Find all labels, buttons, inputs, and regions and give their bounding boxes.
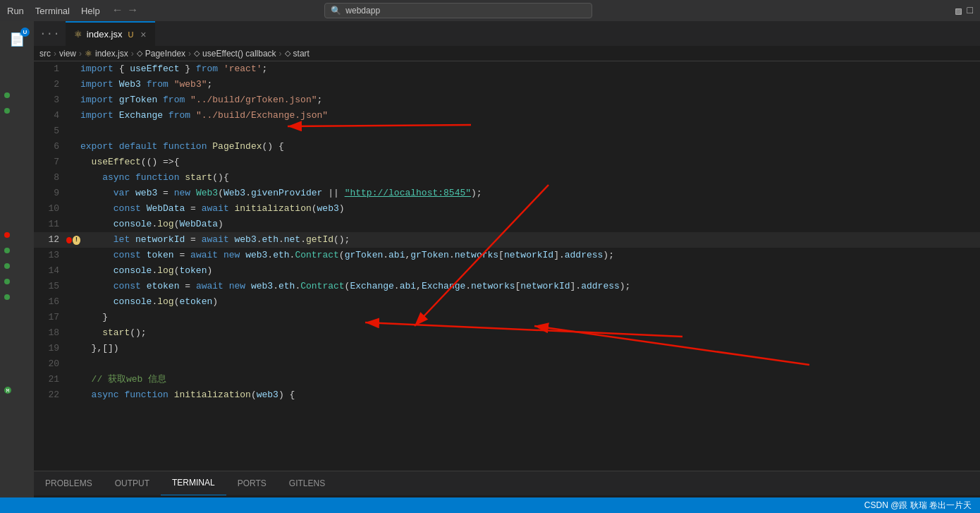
breadcrumb-src[interactable]: src [39,49,51,59]
titlebar-menus: Run Terminal Help [7,6,100,16]
tab-more-button[interactable]: ··· [34,21,66,46]
code-line-5: 5 [34,123,980,139]
panel-tab-output[interactable]: OUTPUT [104,471,161,496]
breadcrumb-view[interactable]: view [59,49,76,59]
breadcrumb-pageindex[interactable]: PageIndex [145,49,185,59]
code-line-12: 12 ! let networkId = await web3.eth.net.… [34,232,980,248]
search-icon: 🔍 [331,6,341,16]
menu-run[interactable]: Run [7,6,24,16]
code-line-3: 3 import grToken from "../build/grToken.… [34,92,980,108]
files-badge: U [20,28,30,37]
tab-close-button[interactable]: × [140,29,146,40]
code-line-6: 6 export default function PageIndex() { [34,139,980,155]
breadcrumb-file[interactable]: index.jsx [95,49,128,59]
dot-line22: M [4,387,11,394]
dot-line3 [4,92,10,98]
menu-help[interactable]: Help [81,6,100,16]
code-line-18: 18 start(); [34,325,980,341]
panel-tab-terminal[interactable]: TERMINAL [161,471,226,496]
tab-index-jsx[interactable]: ⚛ index.jsx U × [66,21,155,46]
breadcrumb-icon3: ◇ [194,49,200,58]
search-bar[interactable]: 🔍 webdapp [324,3,592,18]
code-line-21: 21 // 获取web 信息 [34,372,980,387]
code-editor: 1 import { useEffect } from 'react'; 2 i… [34,61,980,471]
code-line-16: 16 console.log(etoken) [34,294,980,310]
tabbar: ··· ⚛ index.jsx U × [34,21,980,46]
breadcrumb-icon4: ◇ [285,49,290,58]
breadcrumb-sep5: › [279,49,282,59]
code-line-11: 11 console.log(WebData) [34,217,980,232]
code-lines-container: 1 import { useEffect } from 'react'; 2 i… [34,61,980,403]
code-line-10: 10 const WebData = await initialization(… [34,201,980,217]
code-line-15: 15 const etoken = await new web3.eth.Con… [34,279,980,294]
breadcrumb-useeffect[interactable]: useEffect() callback [202,49,276,59]
tab-filename: index.jsx [87,29,123,40]
panel-tabs: PROBLEMS OUTPUT TERMINAL PORTS GITLENS [34,471,980,495]
titlebar: Run Terminal Help ← → 🔍 webdapp ▨ □ [0,0,980,21]
code-line-19: 19 },[]) [34,341,980,356]
panel-tab-ports[interactable]: PORTS [226,471,278,496]
tab-file-icon: ⚛ [74,29,82,40]
code-line-1: 1 import { useEffect } from 'react'; [34,61,980,77]
layout-icon[interactable]: ▨ [955,5,961,17]
nav-forward[interactable]: → [126,4,139,17]
titlebar-right: ▨ □ [955,5,973,17]
status-bar: CSDN @跟 耿瑞 卷出一片天 [0,497,980,513]
dot-line15 [4,279,10,284]
breadcrumb-sep3: › [131,49,134,59]
breadcrumb-icon2: ◇ [137,49,142,58]
nav-back[interactable]: ← [111,4,124,17]
dot-line4 [4,108,10,114]
code-line-20: 20 [34,356,980,372]
dot-line16 [4,294,10,300]
menu-terminal[interactable]: Terminal [35,6,70,16]
code-line-22: 22 async function initialization(web3) { [34,387,980,403]
code-line-9: 9 var web3 = new Web3(Web3.givenProvider… [34,186,980,201]
breadcrumb-sep2: › [79,49,82,59]
code-line-2: 2 import Web3 from "web3"; [34,77,980,92]
breadcrumb-start[interactable]: start [293,49,310,59]
breadcrumb: src › view › ⚛ index.jsx › ◇ PageIndex ›… [34,46,980,61]
breadcrumb-icon1: ⚛ [85,49,92,59]
maximize-icon[interactable]: □ [967,5,973,17]
dot-line13 [4,248,10,253]
warning-dot-12: ! [73,236,80,245]
code-line-4: 4 import Exchange from "../build/Exchang… [34,108,980,123]
breakpoint-12 [4,232,10,238]
status-bar-text: CSDN @跟 耿瑞 卷出一片天 [864,500,972,512]
search-text: webdapp [345,6,380,16]
code-line-17: 17 } [34,310,980,325]
code-line-7: 7 useEffect(() =>{ [34,155,980,170]
code-line-13: 13 const token = await new web3.eth.Cont… [34,248,980,263]
panel-tab-gitlens[interactable]: GITLENS [278,471,336,496]
breadcrumb-sep1: › [54,49,56,59]
dot-line14 [4,263,10,269]
breadcrumb-sep4: › [188,49,191,59]
code-line-8: 8 async function start(){ [34,170,980,186]
code-line-14: 14 console.log(token) [34,263,980,279]
tab-modified-badge: U [128,30,133,39]
activity-files[interactable]: 📄 U [3,25,31,54]
breakpoint-dot-12 [66,237,72,243]
titlebar-nav: ← → [111,4,139,17]
panel-tab-problems[interactable]: PROBLEMS [34,471,104,496]
